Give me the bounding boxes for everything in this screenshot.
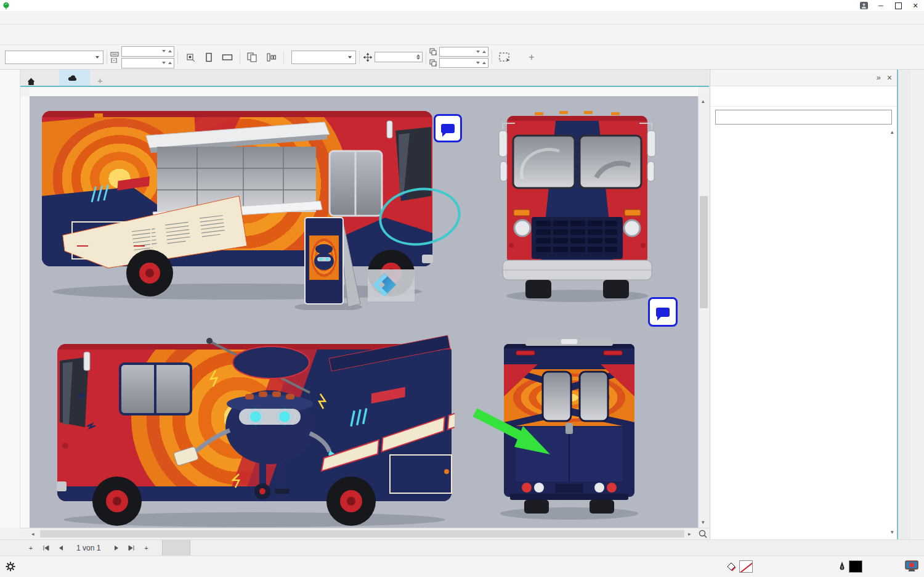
duplicate-x-spinner[interactable] xyxy=(439,47,488,57)
page-size-icons xyxy=(110,52,119,63)
nudge-spinner[interactable] xyxy=(375,52,423,62)
zoom-corner-icon[interactable] xyxy=(698,529,708,539)
annotation-green-arrow xyxy=(471,407,551,459)
fill-status-icon[interactable] xyxy=(726,561,737,572)
docker-tab-strip xyxy=(897,70,910,555)
drawing-canvas[interactable] xyxy=(30,96,698,528)
new-tab-button[interactable]: + xyxy=(90,75,110,86)
minimize-button[interactable]: ─ xyxy=(872,1,890,10)
horizontal-ruler[interactable] xyxy=(30,87,698,97)
close-button[interactable]: × xyxy=(907,1,924,10)
fill-color-swatch[interactable] xyxy=(739,560,753,573)
status-bar xyxy=(0,555,924,577)
svg-text:y: y xyxy=(435,63,437,67)
coreldraw-window: ─ × xyxy=(0,0,924,577)
scale-with-document-button[interactable] xyxy=(181,49,200,65)
portrait-orientation-button[interactable] xyxy=(200,49,218,65)
truck-side-left-artwork[interactable] xyxy=(54,335,455,528)
units-combo[interactable] xyxy=(291,51,356,64)
add-page-button-left[interactable]: + xyxy=(23,541,38,555)
page-preset-combo[interactable] xyxy=(5,51,103,64)
standard-toolbar xyxy=(0,25,924,45)
first-page-button[interactable] xyxy=(38,541,53,555)
home-tab-button[interactable] xyxy=(20,77,42,86)
duplicate-y-spinner[interactable] xyxy=(439,58,488,68)
menu-bar xyxy=(0,11,924,25)
watermark-logo-icon xyxy=(371,272,397,298)
comment-marker-2[interactable] xyxy=(648,297,678,327)
comment-thread-list: ▴ ▾ xyxy=(710,128,897,536)
next-page-button[interactable] xyxy=(109,541,124,555)
truck-front-artwork[interactable] xyxy=(498,105,657,305)
search-input[interactable] xyxy=(716,113,891,121)
svg-text:x: x xyxy=(435,52,437,55)
color-palette xyxy=(910,70,924,561)
current-page-button[interactable] xyxy=(262,49,280,65)
comments-toolbar xyxy=(710,86,897,107)
property-bar: x y + xyxy=(0,45,924,70)
page-indicator: 1 von 1 xyxy=(76,544,100,552)
docker-close-button[interactable]: × xyxy=(887,73,892,83)
account-avatar-button[interactable] xyxy=(855,1,872,10)
maximize-button[interactable] xyxy=(890,1,907,10)
page-navigation-bar: + 1 von 1 + xyxy=(0,539,924,555)
add-page-button-right[interactable]: + xyxy=(139,541,153,555)
outline-color-swatch[interactable] xyxy=(849,560,862,573)
treat-as-filled-button[interactable] xyxy=(495,49,514,65)
toolbox xyxy=(0,70,20,528)
cloud-doc-icon xyxy=(68,75,78,81)
page-tab-seite1[interactable] xyxy=(162,540,190,555)
comment-marker-1[interactable] xyxy=(434,114,462,142)
propbar-customize-button[interactable]: + xyxy=(522,49,541,65)
docker-expand-button[interactable]: » xyxy=(877,73,881,82)
canvas-horizontal-scrollbar[interactable]: ◂ ▸ xyxy=(20,528,709,540)
prev-page-button[interactable] xyxy=(53,541,68,555)
tab-welcome[interactable] xyxy=(42,70,59,86)
outline-pen-icon[interactable] xyxy=(838,561,846,572)
comments-scrollbar[interactable]: ▴ ▾ xyxy=(890,128,897,536)
page-width-spinner[interactable] xyxy=(121,46,174,57)
tab-document-active[interactable] xyxy=(59,70,90,86)
search-box xyxy=(715,110,892,125)
color-proof-monitor-icon[interactable] xyxy=(904,560,919,573)
page-height-spinner[interactable] xyxy=(121,58,174,68)
title-bar: ─ × xyxy=(0,0,924,11)
canvas-vertical-scrollbar[interactable]: ▴ ▾ xyxy=(698,96,710,528)
watermark xyxy=(368,269,415,301)
nudge-icon xyxy=(363,52,373,62)
comments-header: » × xyxy=(710,70,897,86)
status-settings-gear-icon[interactable] xyxy=(5,561,16,572)
landscape-orientation-button[interactable] xyxy=(218,49,237,65)
coreldraw-logo-icon xyxy=(2,2,10,9)
all-pages-button[interactable] xyxy=(243,49,262,65)
comments-docker: » × ▴ ▾ xyxy=(710,70,897,555)
last-page-button[interactable] xyxy=(124,541,139,555)
vertical-ruler[interactable] xyxy=(20,96,30,528)
document-tab-bar: + xyxy=(20,70,709,87)
